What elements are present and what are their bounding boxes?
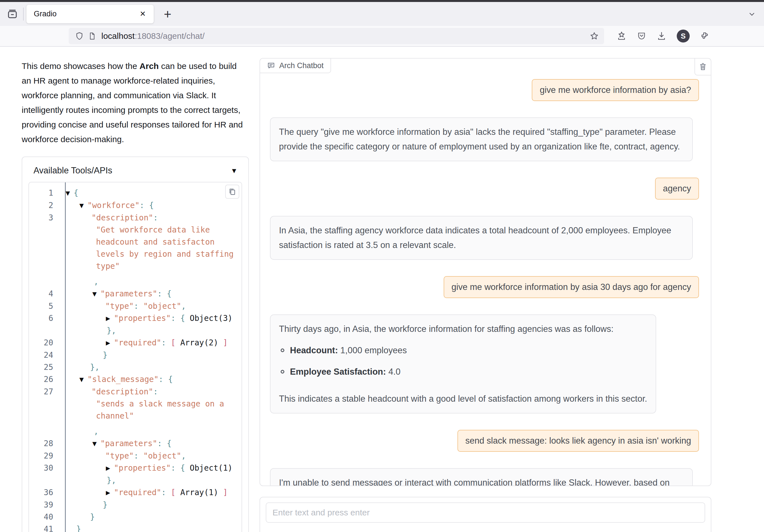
bot-message-row: In Asia, the staffing agency workforce d… <box>270 216 699 260</box>
code-row: 30▶"properties": { Object(1) <box>29 462 242 474</box>
tree-toggle-icon[interactable]: ▼ <box>92 288 96 300</box>
bookmark-star-icon[interactable] <box>589 31 599 41</box>
line-number: 39 <box>29 499 58 511</box>
code-row: , <box>29 425 242 438</box>
tree-toggle-icon[interactable]: ▼ <box>92 438 96 450</box>
code-row: 24} <box>29 349 242 361</box>
code-token: { <box>180 463 185 472</box>
code-line-body: }, <box>58 474 242 486</box>
tab-bar: Gradio ✕ + <box>0 2 764 26</box>
tree-toggle-icon[interactable]: ▼ <box>66 187 70 199</box>
bot-message-bubble: The query "give me workforce information… <box>270 117 693 161</box>
code-line-body: ▶"properties": { Object(3) <box>58 312 242 324</box>
page-info-icon[interactable] <box>88 32 96 40</box>
line-number: 29 <box>29 450 58 462</box>
tools-accordion-header[interactable]: Available Tools/APIs ▼ <box>28 161 242 182</box>
code-line-text: "type": "object", <box>66 450 235 462</box>
bot-message-bubble: I'm unable to send messages or interact … <box>270 468 693 485</box>
line-number: 1 <box>29 187 58 199</box>
import-bookmark-icon[interactable] <box>617 31 627 41</box>
tree-toggle-icon[interactable]: ▶ <box>106 462 110 474</box>
tree-toggle-icon[interactable]: ▶ <box>106 487 110 499</box>
collapse-triangle-icon[interactable]: ▼ <box>231 167 238 175</box>
code-line-body: , <box>58 425 242 438</box>
code-token: : <box>153 213 158 222</box>
code-token: "description" <box>92 213 153 222</box>
code-token: } <box>103 350 107 360</box>
tree-toggle-icon[interactable]: ▼ <box>80 200 84 212</box>
code-token: : <box>158 375 168 384</box>
tree-toggle-icon[interactable]: ▶ <box>106 337 110 349</box>
clear-chat-button[interactable] <box>694 59 711 76</box>
code-token: ] <box>218 488 228 497</box>
line-number <box>29 275 58 288</box>
tree-toggle-icon[interactable]: ▼ <box>80 374 84 386</box>
message-paragraph: This indicates a stable headcount with a… <box>279 392 647 406</box>
code-line-body: ▼"parameters": { <box>58 438 242 450</box>
intro-post: can be used to build an HR agent to mana… <box>22 61 243 144</box>
shield-permissions-icon[interactable] <box>75 32 84 41</box>
copy-button[interactable] <box>225 185 239 199</box>
code-line-text: "sends a slack message on a channel" <box>66 398 235 422</box>
code-token: : <box>157 439 167 448</box>
extensions-puzzle-icon[interactable] <box>700 31 710 41</box>
bot-message-bubble: Thirty days ago, in Asia, the workforce … <box>270 314 656 414</box>
tab-gradio[interactable]: Gradio ✕ <box>27 5 154 23</box>
downloads-icon[interactable] <box>657 31 667 41</box>
code-row: , <box>29 275 242 288</box>
json-viewer: 1▼{2▼"workforce": {3"description":"Get w… <box>28 182 242 532</box>
navigation-toolbar: localhost:18083/agent/chat/ S <box>0 26 764 47</box>
user-message-row: give me workforce information by asia? <box>270 79 699 101</box>
chat-message-list[interactable]: give me workforce information by asia?Th… <box>260 59 711 485</box>
code-line-text: , <box>66 425 235 438</box>
code-line-text: "description": <box>66 212 235 224</box>
line-number: 24 <box>29 349 58 361</box>
gutter-rule <box>65 182 66 532</box>
code-token: { <box>167 439 171 448</box>
code-token: , <box>95 363 99 372</box>
chatbot-panel: give me workforce information by asia?Th… <box>260 58 711 486</box>
code-row: 1▼{ <box>29 187 242 199</box>
line-number: 26 <box>29 373 58 386</box>
url-host: localhost <box>101 31 134 41</box>
code-line-body: ▼"parameters": { <box>58 288 242 300</box>
code-token: "workforce" <box>87 201 139 210</box>
user-message-row: send slack message: looks liek agency in… <box>270 430 699 452</box>
code-line-body: "Get workforce data like headcount and s… <box>58 224 242 272</box>
new-tab-button[interactable]: + <box>160 6 175 22</box>
tree-toggle-icon[interactable]: ▶ <box>106 312 110 324</box>
tab-bar-separator <box>23 8 24 21</box>
firefox-view-button[interactable] <box>3 5 21 23</box>
code-token: Array(1) <box>180 488 218 497</box>
list-all-tabs-chevron-icon[interactable] <box>747 9 757 19</box>
code-token: ] <box>218 338 228 347</box>
url-text[interactable]: localhost:18083/agent/chat/ <box>101 31 589 41</box>
user-message-bubble: agency <box>655 178 699 200</box>
code-token: : <box>157 289 167 298</box>
chat-input[interactable] <box>266 502 705 523</box>
code-line-body: ▼{ <box>58 187 242 199</box>
code-line-body: ▶"required": [ Array(2) ] <box>58 337 242 349</box>
code-row: 36▶"required": [ Array(1) ] <box>29 486 242 499</box>
available-tools-panel: Available Tools/APIs ▼ 1▼{2▼"workforce":… <box>22 156 249 532</box>
code-line-text: } <box>66 499 235 511</box>
user-message-row: give me workforce information by asia 30… <box>270 276 699 298</box>
code-line-text: ▼"parameters": { <box>66 288 235 300</box>
code-line-text: "Get workforce data like headcount and s… <box>66 224 235 272</box>
code-token: } <box>90 512 95 522</box>
code-row: "Get workforce data like headcount and s… <box>29 224 242 272</box>
code-line-text: ▶"required": [ Array(2) ] <box>66 337 235 349</box>
url-bar[interactable]: localhost:18083/agent/chat/ <box>69 28 604 44</box>
code-token: "parameters" <box>100 289 157 298</box>
line-number: 40 <box>29 511 58 523</box>
message-paragraph: give me workforce information by asia 30… <box>452 280 691 294</box>
account-icon[interactable]: S <box>677 30 690 43</box>
code-token: "properties" <box>114 313 171 323</box>
close-tab-icon[interactable]: ✕ <box>137 8 149 20</box>
code-line-text: } <box>66 523 235 532</box>
code-token: Object(3) <box>185 313 233 323</box>
code-row: 26▼"slack_message": { <box>29 373 242 386</box>
gradio-app: This demo showcases how the Arch can be … <box>0 47 764 532</box>
save-to-pocket-icon[interactable] <box>637 31 646 41</box>
code-token: : <box>134 451 143 460</box>
